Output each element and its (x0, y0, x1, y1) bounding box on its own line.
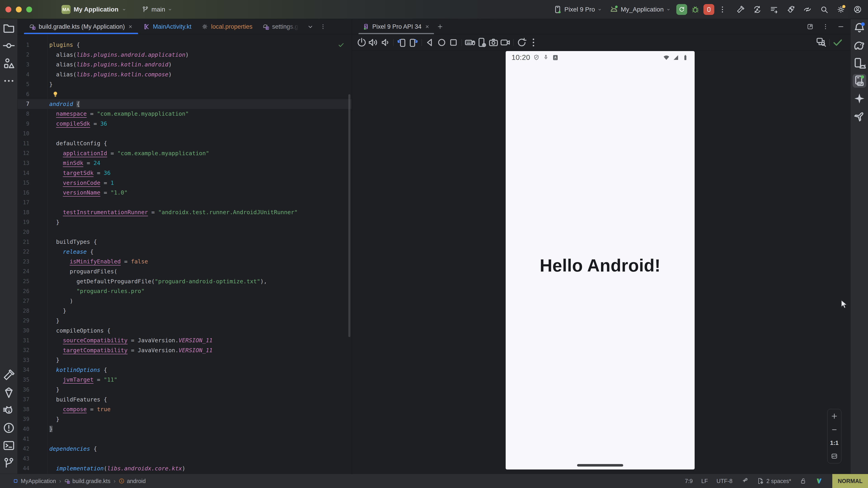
problems-icon[interactable] (2, 421, 16, 435)
code-line-4[interactable]: 4 alias(libs.plugins.kotlin.compose) (18, 70, 352, 79)
vim-mode-badge[interactable]: NORMAL (832, 474, 868, 488)
code-line-10[interactable]: 10 (18, 129, 352, 138)
airplane-icon[interactable] (852, 109, 866, 123)
gemini-sparkle-icon[interactable] (852, 92, 866, 105)
home-icon[interactable] (436, 37, 447, 48)
code-line-38[interactable]: 38 compose = true (18, 404, 352, 414)
ai-assistant-disabled-icon[interactable] (741, 477, 748, 485)
more-vertical-icon[interactable] (822, 23, 829, 30)
code-line-17[interactable]: 17 (18, 198, 352, 207)
code-line-42[interactable]: 42dependencies { (18, 444, 352, 454)
code-line-40[interactable]: 40} (18, 424, 352, 434)
emulator-device-tab[interactable]: Pixel 9 Pro API 34 (359, 19, 434, 34)
code-line-15[interactable]: 15 versionCode = 1 (18, 178, 352, 188)
more-vertical-icon[interactable] (320, 23, 327, 30)
device-manager-icon[interactable] (852, 57, 866, 70)
code-line-37[interactable]: 37 buildFeatures { (18, 394, 352, 404)
build-hammer-icon[interactable] (2, 368, 16, 382)
breadcrumb-module[interactable]: MyApplication (13, 478, 56, 484)
close-icon[interactable] (425, 24, 430, 29)
device-stream-icon[interactable] (770, 5, 778, 14)
intention-bulb-icon[interactable] (29, 89, 49, 99)
stop-button[interactable] (704, 4, 714, 15)
build-icon[interactable] (736, 5, 745, 14)
commit-icon[interactable] (2, 39, 16, 53)
code-line-43[interactable]: 43 (18, 454, 352, 464)
debug-button[interactable] (691, 5, 700, 14)
account-icon[interactable] (853, 5, 862, 14)
device-settings-icon[interactable] (476, 37, 488, 48)
code-line-1[interactable]: 1plugins { (18, 40, 352, 50)
ideavim-icon[interactable] (815, 477, 823, 485)
code-line-27[interactable]: 27 ) (18, 296, 352, 306)
add-device-tab-icon[interactable] (434, 19, 446, 34)
zoom-to-fit-icon[interactable] (831, 452, 838, 460)
code-line-21[interactable]: 21 buildTypes { (18, 237, 352, 247)
code-line-18[interactable]: 18 testInstrumentationRunner = "androidx… (18, 207, 352, 217)
tab-build-gradle[interactable]: build.gradle.kts (My Application) (24, 19, 138, 34)
hide-panel-icon[interactable] (837, 23, 844, 30)
structure-icon[interactable] (2, 57, 16, 70)
breadcrumb-element[interactable]: λ android (119, 478, 146, 484)
code-line-25[interactable]: 25 getDefaultProguardFile("proguard-andr… (18, 276, 352, 286)
logcat-cat-icon[interactable] (2, 403, 16, 417)
gem-icon[interactable] (2, 386, 16, 399)
code-line-3[interactable]: 3 alias(libs.plugins.kotlin.android) (18, 60, 352, 70)
code-line-44[interactable]: 44 implementation(libs.androidx.core.ktx… (18, 464, 352, 474)
inspections-passed-icon[interactable] (338, 41, 344, 48)
code-line-26[interactable]: 26 "proguard-rules.pro" (18, 286, 352, 296)
code-line-32[interactable]: 32 targetCompatibility = JavaVersion.VER… (18, 345, 352, 355)
code-line-30[interactable]: 30 compileOptions { (18, 326, 352, 335)
device-screen[interactable]: 10:20 A Hello Android! (506, 51, 694, 469)
code-line-41[interactable]: 41 (18, 434, 352, 444)
git-branch-icon[interactable] (2, 456, 16, 470)
rerun-button[interactable] (676, 4, 687, 15)
code-line-39[interactable]: 39 } (18, 414, 352, 424)
back-icon[interactable] (424, 37, 436, 48)
code-line-7[interactable]: 7android { (18, 99, 352, 109)
rotate-left-icon[interactable] (396, 37, 408, 48)
close-icon[interactable] (128, 24, 133, 29)
zoom-in-icon[interactable] (831, 412, 838, 420)
apply-changes-icon[interactable] (786, 5, 795, 14)
indent-widget[interactable]: 2 spaces* (757, 477, 791, 485)
zoom-select-icon[interactable] (815, 37, 827, 48)
editor-scrollbar[interactable] (348, 94, 350, 337)
code-line-13[interactable]: 13 minSdk = 24 (18, 158, 352, 168)
volume-up-icon[interactable] (368, 37, 379, 48)
more-run-actions-icon[interactable] (718, 5, 727, 14)
minimize-window-button[interactable] (16, 6, 22, 12)
maximize-window-button[interactable] (26, 6, 32, 12)
gradle-elephant-icon[interactable] (852, 39, 866, 53)
code-editor[interactable]: 1plugins {2 alias(libs.plugins.android.a… (18, 34, 352, 474)
run-configuration-selector[interactable]: My_Application (608, 5, 673, 14)
lock-open-icon[interactable] (800, 477, 807, 485)
profiler-icon[interactable] (803, 5, 812, 14)
ui-check-icon[interactable] (832, 37, 844, 48)
gesture-navigation-bar[interactable] (577, 464, 623, 466)
terminal-icon[interactable] (2, 439, 16, 452)
code-line-36[interactable]: 36 } (18, 385, 352, 395)
more-vertical-icon[interactable] (528, 37, 539, 48)
vcs-branch-widget[interactable]: main (142, 6, 173, 13)
open-in-window-icon[interactable] (807, 23, 814, 30)
encoding-widget[interactable]: UTF-8 (717, 478, 733, 484)
code-line-5[interactable]: 5} (18, 79, 352, 89)
code-line-20[interactable]: 20 (18, 227, 352, 237)
screen-record-icon[interactable] (499, 37, 511, 48)
tab-local-properties[interactable]: local.properties (196, 19, 257, 34)
code-line-19[interactable]: 19 } (18, 217, 352, 227)
hardware-input-icon[interactable] (464, 37, 476, 48)
code-line-24[interactable]: 24 proguardFiles( (18, 267, 352, 276)
code-line-31[interactable]: 31 sourceCompatibility = JavaVersion.VER… (18, 335, 352, 346)
tab-settings-gradle[interactable]: settings.g (257, 19, 304, 34)
breadcrumb-file[interactable]: build.gradle.kts (64, 478, 110, 484)
zoom-out-icon[interactable] (831, 426, 838, 433)
code-line-35[interactable]: 35 jvmTarget = "11" (18, 375, 352, 385)
project-folder-icon[interactable] (2, 21, 16, 35)
more-icon[interactable] (2, 74, 16, 88)
settings-icon[interactable] (836, 5, 845, 14)
project-widget[interactable]: MA My Application (61, 5, 127, 14)
code-line-29[interactable]: 29 } (18, 316, 352, 326)
rotate-right-icon[interactable] (408, 37, 419, 48)
